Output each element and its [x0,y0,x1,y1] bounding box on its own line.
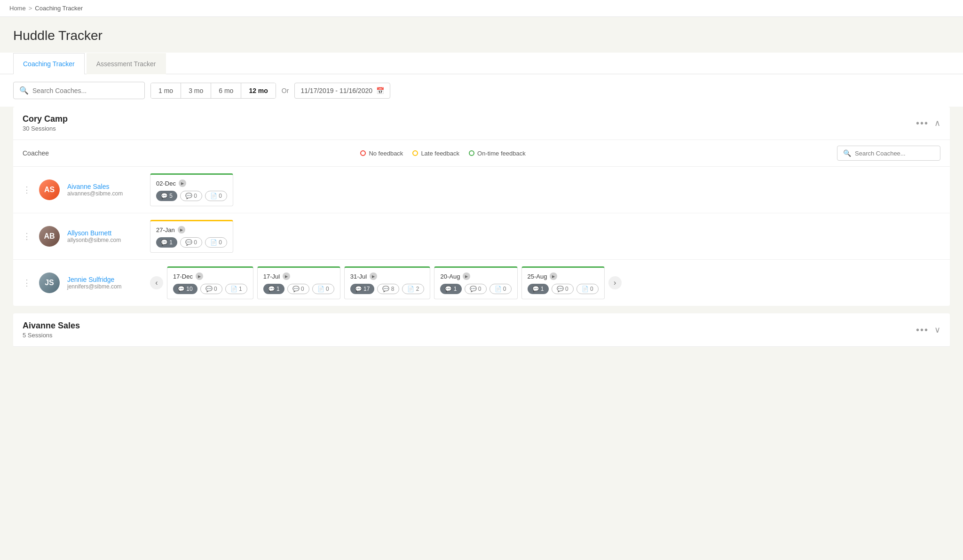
play-icon[interactable]: ▶ [550,272,557,280]
session-card-jennie-jul17[interactable]: 17-Jul ▶ 💬 1 💬 0 📄 0 [257,266,340,299]
avatar-allyson: AB [39,226,60,247]
coachee-search-box[interactable]: 🔍 [837,146,940,161]
coachee-name-allyson[interactable]: Allyson Burnett [67,229,142,237]
stat-comments: 💬 5 [156,191,177,201]
session-stats: 💬 1 💬 0 📄 0 [440,284,511,294]
coachee-email-allyson: allysonb@sibme.com [67,237,142,243]
row-menu-jennie[interactable]: ⋮ [23,278,32,288]
avatar-initials: AS [44,186,55,194]
stat-replies: 💬 8 [377,284,399,294]
more-options-button[interactable]: ••• [916,118,929,129]
stat-docs: 📄 0 [205,237,227,248]
prev-arrow-jennie[interactable]: ‹ [150,276,163,289]
bottom-section-aivanne: Aivanne Sales 5 Sessions ••• ∨ [13,313,950,347]
late-feedback-dot [412,150,418,156]
search-icon: 🔍 [19,86,29,95]
tab-assessment[interactable]: Assessment Tracker [87,53,166,74]
coachee-info-allyson: Allyson Burnett allysonb@sibme.com [67,229,142,243]
coachee-email-aivanne: aivannes@sibme.com [67,190,142,197]
coachee-search-icon: 🔍 [843,149,851,157]
tabs-container: Coaching Tracker Assessment Tracker [0,53,963,74]
late-feedback-label: Late feedback [421,150,459,157]
date-range-picker[interactable]: 11/17/2019 - 11/16/2020 📅 [294,83,390,99]
play-icon[interactable]: ▶ [283,272,290,280]
sessions-allyson: 27-Jan ▶ 💬 1 💬 0 📄 0 [150,220,940,253]
session-card-jennie-aug20[interactable]: 20-Aug ▶ 💬 1 💬 0 📄 0 [434,266,517,299]
session-date: 17-Jul ▶ [263,272,334,280]
play-icon[interactable]: ▶ [196,272,203,280]
session-date: 20-Aug ▶ [440,272,511,280]
period-1mo[interactable]: 1 mo [151,83,181,98]
sessions-jennie: ‹ 17-Dec ▶ 💬 10 💬 0 📄 1 17-Jul ▶ [150,266,940,299]
coach-search-input[interactable] [32,87,139,94]
bottom-coach-info: Aivanne Sales 5 Sessions [23,321,80,339]
play-icon[interactable]: ▶ [463,272,470,280]
content-area: Cory Camp 30 Sessions ••• ∧ Coachee No f… [0,107,963,367]
page-header: Huddle Tracker [0,17,963,53]
calendar-icon: 📅 [376,87,384,94]
session-card-jennie-aug25[interactable]: 25-Aug ▶ 💬 1 💬 0 📄 0 [521,266,605,299]
breadcrumb: Home > Coaching Tracker [0,0,963,17]
legend-late-feedback: Late feedback [412,150,459,157]
stat-docs: 📄 0 [576,284,599,294]
coach-search-box[interactable]: 🔍 [13,82,145,99]
stat-docs: 📄 0 [205,191,227,201]
session-card-aivanne-dec[interactable]: 02-Dec ▶ 💬 5 💬 0 📄 0 [150,173,233,206]
breadcrumb-home[interactable]: Home [9,5,26,12]
period-3mo[interactable]: 3 mo [181,83,211,98]
coachee-name-jennie[interactable]: Jennie Sulfridge [67,276,142,283]
stat-comments: 💬 10 [173,284,197,294]
avatar-initials: AB [44,232,55,241]
or-label: Or [282,87,289,94]
stat-replies: 💬 0 [552,284,574,294]
row-menu-aivanne[interactable]: ⋮ [23,185,32,195]
coach-info: Cory Camp 30 Sessions [23,114,68,132]
sessions-aivanne: 02-Dec ▶ 💬 5 💬 0 📄 0 [150,173,940,206]
period-12mo[interactable]: 12 mo [241,83,275,98]
on-time-feedback-label: On-time feedback [477,150,526,157]
bottom-expand-button[interactable]: ∨ [934,325,940,335]
play-icon[interactable]: ▶ [370,272,377,280]
legend: No feedback Late feedback On-time feedba… [360,150,525,157]
session-card-jennie-jul31[interactable]: 31-Jul ▶ 💬 17 💬 8 📄 2 [344,266,431,299]
collapse-button[interactable]: ∧ [934,118,940,128]
coachee-row-aivanne: ⋮ AS Aivanne Sales aivannes@sibme.com 02… [13,167,950,213]
session-stats: 💬 1 💬 0 📄 0 [528,284,599,294]
session-stats: 💬 17 💬 8 📄 2 [350,284,425,294]
stat-docs: 📄 0 [489,284,512,294]
coachee-row-allyson: ⋮ AB Allyson Burnett allysonb@sibme.com … [13,213,950,260]
coachee-email-jennie: jennifers@sibme.com [67,283,142,290]
coachee-label: Coachee [23,149,49,157]
stat-comments: 💬 1 [528,284,549,294]
avatar-initials: JS [45,279,54,287]
session-stats: 💬 5 💬 0 📄 0 [156,191,227,201]
avatar-aivanne: AS [39,179,60,200]
session-date: 31-Jul ▶ [350,272,425,280]
coach-sessions: 30 Sessions [23,125,68,132]
play-icon[interactable]: ▶ [179,179,186,187]
play-icon[interactable]: ▶ [178,226,185,233]
tab-coaching[interactable]: Coaching Tracker [13,53,85,74]
period-6mo[interactable]: 6 mo [211,83,241,98]
coachee-row-jennie: ⋮ JS Jennie Sulfridge jennifers@sibme.co… [13,260,950,306]
coachee-toolbar: Coachee No feedback Late feedback On-tim… [13,140,950,167]
coachee-search-input[interactable] [855,150,934,157]
session-stats: 💬 10 💬 0 📄 1 [173,284,247,294]
coach-section-cory: Cory Camp 30 Sessions ••• ∧ Coachee No f… [13,107,950,306]
stat-comments: 💬 17 [350,284,375,294]
session-card-allyson-jan[interactable]: 27-Jan ▶ 💬 1 💬 0 📄 0 [150,220,233,253]
bottom-more-options-button[interactable]: ••• [916,325,929,335]
session-date: 02-Dec ▶ [156,179,227,187]
session-card-jennie-dec[interactable]: 17-Dec ▶ 💬 10 💬 0 📄 1 [167,266,253,299]
stat-comments: 💬 1 [263,284,284,294]
next-arrow-jennie[interactable]: › [608,276,622,289]
stat-docs: 📄 0 [312,284,334,294]
no-feedback-label: No feedback [369,150,403,157]
bottom-coach-sessions: 5 Sessions [23,332,80,339]
row-menu-allyson[interactable]: ⋮ [23,231,32,241]
coach-name: Cory Camp [23,114,68,124]
period-buttons: 1 mo 3 mo 6 mo 12 mo [150,83,276,99]
stat-replies: 💬 0 [200,284,222,294]
coachee-name-aivanne[interactable]: Aivanne Sales [67,183,142,190]
stat-docs: 📄 2 [402,284,424,294]
